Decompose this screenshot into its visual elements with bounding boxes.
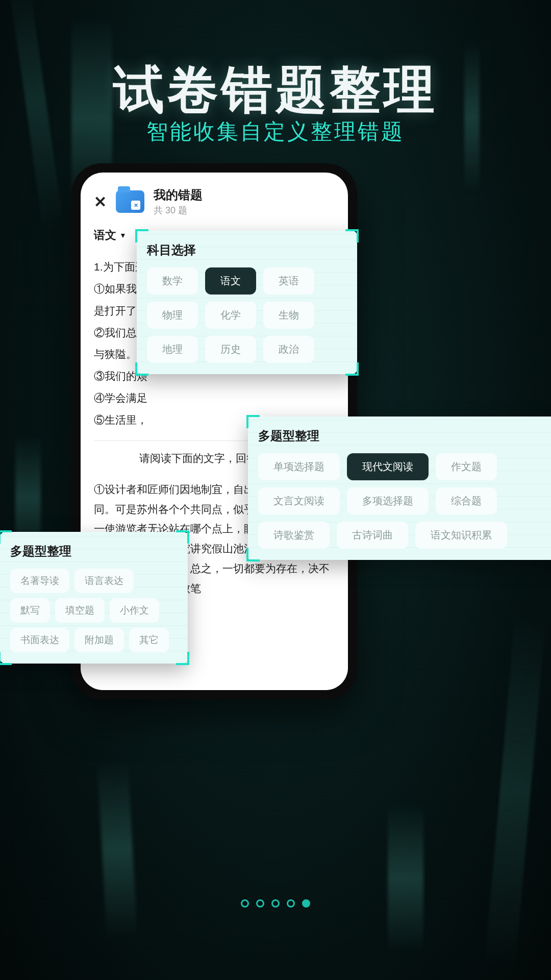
chip-数学[interactable]: 数学 — [147, 267, 198, 295]
page-dot[interactable] — [241, 899, 249, 908]
close-icon[interactable]: ✕ — [94, 193, 107, 211]
chip-小作文[interactable]: 小作文 — [110, 598, 159, 623]
chip-诗歌鉴赏[interactable]: 诗歌鉴赏 — [258, 522, 330, 549]
chip-其它[interactable]: 其它 — [129, 628, 169, 652]
type-panel: 多题型整理 单项选择题现代文阅读作文题文言文阅读多项选择题综合题诗歌鉴赏古诗词曲… — [248, 416, 551, 560]
chip-英语[interactable]: 英语 — [263, 267, 314, 295]
chip-现代文阅读[interactable]: 现代文阅读 — [347, 453, 429, 480]
chevron-down-icon: ▼ — [119, 231, 127, 239]
folder-icon — [116, 190, 144, 213]
subject-current: 语文 — [94, 228, 116, 243]
chip-政治[interactable]: 政治 — [263, 336, 314, 363]
chip-语文知识积累[interactable]: 语文知识积累 — [415, 522, 507, 549]
hero-subtitle: 智能收集自定义整理错题 — [0, 117, 551, 146]
chip-单项选择题[interactable]: 单项选择题 — [258, 453, 340, 480]
chip-文言文阅读[interactable]: 文言文阅读 — [258, 487, 340, 514]
header: ✕ 我的错题 共 30 题 — [94, 187, 335, 216]
chip-默写[interactable]: 默写 — [10, 598, 50, 623]
chip-地理[interactable]: 地理 — [147, 336, 198, 363]
chip-历史[interactable]: 历史 — [205, 336, 256, 363]
page-dot[interactable] — [271, 899, 280, 908]
question-line: ④学会满足 — [94, 388, 335, 408]
chip-综合题[interactable]: 综合题 — [436, 487, 497, 514]
chip-填空题[interactable]: 填空题 — [55, 598, 105, 623]
page-dot[interactable] — [256, 899, 264, 908]
chip-书面表达[interactable]: 书面表达 — [10, 628, 69, 652]
type-panel2-title: 多题型整理 — [10, 543, 178, 559]
chip-名著导读[interactable]: 名著导读 — [10, 569, 69, 593]
page-dot[interactable] — [302, 899, 310, 908]
chip-物理[interactable]: 物理 — [147, 302, 198, 329]
page-title: 我的错题 — [154, 187, 203, 203]
chip-附加题[interactable]: 附加题 — [74, 628, 124, 652]
pagination-dots — [0, 899, 551, 908]
count-label: 共 30 题 — [154, 204, 203, 216]
chip-古诗词曲[interactable]: 古诗词曲 — [337, 522, 408, 549]
subject-panel-title: 科目选择 — [147, 242, 347, 258]
subject-panel: 科目选择 数学语文英语物理化学生物地理历史政治 — [137, 231, 357, 374]
chip-语文[interactable]: 语文 — [205, 267, 256, 295]
chip-语言表达[interactable]: 语言表达 — [74, 569, 134, 593]
chip-作文题[interactable]: 作文题 — [436, 453, 497, 480]
type-panel-2: 多题型整理 名著导读语言表达默写填空题小作文书面表达附加题其它 — [0, 532, 188, 664]
type-panel-title: 多题型整理 — [258, 428, 551, 444]
chip-化学[interactable]: 化学 — [205, 302, 256, 329]
chip-生物[interactable]: 生物 — [263, 302, 314, 329]
hero-title: 试卷错题整理 — [0, 56, 551, 125]
page-dot[interactable] — [287, 899, 295, 908]
chip-多项选择题[interactable]: 多项选择题 — [347, 487, 429, 514]
